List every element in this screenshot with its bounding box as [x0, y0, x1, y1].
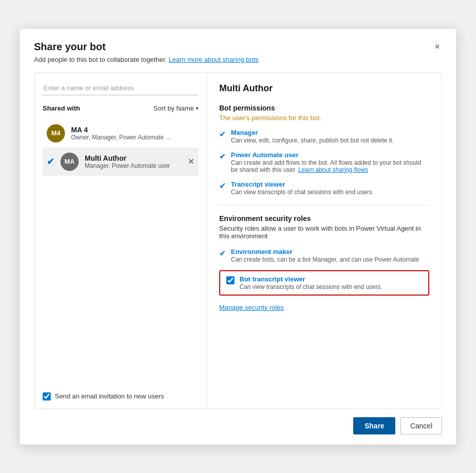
avatar-initials: MA [64, 158, 75, 165]
sort-by-label: Sort by Name [154, 104, 194, 112]
perm-name: Environment maker [231, 248, 419, 256]
user-role: Owner, Manager, Power Automate us... [71, 134, 173, 141]
perm-name: Power Automate user [231, 151, 429, 159]
learn-sharing-flows-link[interactable]: Learn about sharing flows [298, 166, 368, 173]
perm-content: Environment maker Can create bots, can b… [231, 248, 419, 263]
perm-name: Bot transcript viewer [240, 275, 382, 283]
perm-desc: Can view transcripts of chat sessions wi… [231, 189, 373, 196]
email-invitation-checkbox[interactable] [43, 392, 51, 401]
avatar: MA [60, 153, 79, 171]
search-input[interactable] [43, 82, 198, 95]
section-divider [219, 205, 429, 205]
dialog-title: Share your bot [34, 41, 106, 53]
share-button[interactable]: Share [353, 417, 395, 434]
avatar: M4 [47, 124, 65, 142]
perm-desc: Can create and add flows to the bot. All… [231, 159, 429, 173]
user-list: M4 MA 4 Owner, Manager, Power Automate u… [43, 119, 198, 384]
perm-content: Bot transcript viewer Can view transcrip… [240, 275, 382, 290]
dialog-header: Share your bot × [34, 41, 442, 53]
perm-content: Power Automate user Can create and add f… [231, 151, 429, 173]
bot-transcript-checkbox[interactable] [226, 276, 234, 284]
learn-more-link[interactable]: Learn more about sharing bots [168, 56, 258, 63]
user-role: Manager, Power Automate user [85, 162, 182, 169]
subtitle-text: Add people to this bot to collaborate to… [34, 56, 167, 63]
bot-permissions-section: Bot permissions The user's permissions f… [219, 104, 429, 196]
perm-content: Transcript viewer Can view transcripts o… [231, 180, 373, 196]
close-button[interactable]: × [432, 41, 442, 52]
bot-permissions-subtitle: The user's permissions for this bot. [219, 114, 429, 122]
permission-item-transcript-viewer: ✔ Transcript viewer Can view transcripts… [219, 180, 429, 196]
list-item[interactable]: M4 MA 4 Owner, Manager, Power Automate u… [43, 119, 198, 148]
permission-item-manager: ✔ Manager Can view, edit, configure, sha… [219, 129, 429, 144]
check-icon: ✔ [219, 129, 226, 139]
env-security-roles-section: Environment security roles Security role… [219, 214, 429, 312]
perm-name: Transcript viewer [231, 180, 373, 188]
perm-desc: Can create bots, can be a bot Manager, a… [231, 256, 419, 263]
sort-by-dropdown[interactable]: Sort by Name ▾ [154, 104, 198, 112]
bot-permissions-title: Bot permissions [219, 104, 429, 112]
chevron-down-icon: ▾ [196, 105, 198, 111]
share-bot-dialog: Share your bot × Add people to this bot … [20, 29, 456, 445]
dialog-body: Shared with Sort by Name ▾ M4 MA 4 Owner… [34, 72, 442, 409]
perm-content: Manager Can view, edit, configure, share… [231, 129, 394, 144]
user-name: MA 4 [71, 126, 194, 134]
permission-item-power-automate: ✔ Power Automate user Can create and add… [219, 151, 429, 173]
right-panel-title: Multi Author [219, 83, 429, 94]
shared-with-header: Shared with Sort by Name ▾ [43, 104, 198, 112]
perm-name: Manager [231, 129, 394, 136]
user-info: Multi Author Manager, Power Automate use… [85, 154, 182, 169]
email-invitation-label: Send an email invitation to new users [55, 392, 164, 400]
env-section-subtitle: Security roles allow a user to work with… [219, 225, 429, 240]
user-info: MA 4 Owner, Manager, Power Automate us..… [71, 126, 194, 141]
dialog-footer: Share Cancel [34, 409, 442, 434]
avatar-initials: M4 [51, 129, 60, 137]
perm-desc: Can view transcripts of chat sessions wi… [240, 283, 382, 290]
manage-security-roles-link[interactable]: Manage security roles [219, 304, 284, 311]
env-section-title: Environment security roles [219, 214, 429, 223]
selected-check-icon: ✔ [47, 156, 54, 167]
perm-desc: Can view, edit, configure, share, publis… [231, 137, 394, 144]
bot-transcript-viewer-box: Bot transcript viewer Can view transcrip… [219, 270, 429, 296]
user-name: Multi Author [85, 154, 182, 162]
left-footer: Send an email invitation to new users [43, 384, 198, 401]
shared-with-label: Shared with [43, 104, 80, 112]
list-item[interactable]: ✔ MA Multi Author Manager, Power Automat… [43, 148, 198, 176]
check-icon: ✔ [219, 152, 226, 161]
check-icon: ✔ [219, 181, 226, 191]
cancel-button[interactable]: Cancel [400, 417, 442, 434]
remove-user-button[interactable]: ✕ [188, 157, 194, 166]
check-icon: ✔ [219, 248, 226, 258]
dialog-subtitle: Add people to this bot to collaborate to… [34, 56, 442, 63]
env-role-item-maker: ✔ Environment maker Can create bots, can… [219, 248, 429, 263]
right-panel: Multi Author Bot permissions The user's … [207, 73, 441, 409]
left-panel: Shared with Sort by Name ▾ M4 MA 4 Owner… [35, 73, 207, 409]
